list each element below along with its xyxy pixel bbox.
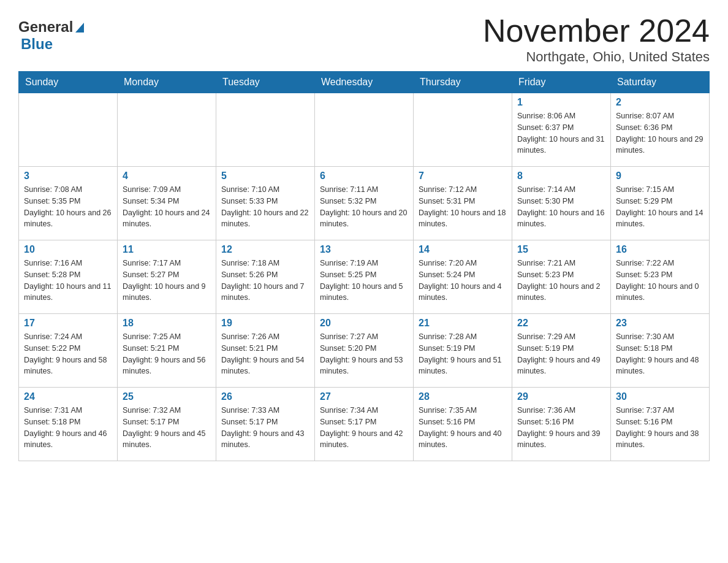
calendar-week-row: 24Sunrise: 7:31 AMSunset: 5:18 PMDayligh…	[19, 388, 710, 461]
calendar-day-cell: 8Sunrise: 7:14 AMSunset: 5:30 PMDaylight…	[512, 167, 611, 240]
day-info: Sunrise: 7:33 AMSunset: 5:17 PMDaylight:…	[221, 405, 309, 451]
day-info: Sunrise: 7:34 AMSunset: 5:17 PMDaylight:…	[320, 405, 408, 451]
day-number: 23	[616, 318, 704, 329]
calendar-day-header: Friday	[512, 72, 611, 93]
day-number: 2	[616, 97, 704, 108]
day-info: Sunrise: 7:29 AMSunset: 5:19 PMDaylight:…	[517, 331, 605, 377]
day-number: 16	[616, 244, 704, 255]
day-number: 22	[517, 318, 605, 329]
day-info: Sunrise: 7:22 AMSunset: 5:23 PMDaylight:…	[616, 258, 704, 304]
day-number: 21	[419, 318, 507, 329]
day-info: Sunrise: 7:09 AMSunset: 5:34 PMDaylight:…	[123, 184, 211, 230]
calendar-day-cell: 21Sunrise: 7:28 AMSunset: 5:19 PMDayligh…	[414, 314, 512, 388]
day-info: Sunrise: 7:21 AMSunset: 5:23 PMDaylight:…	[517, 258, 605, 304]
day-number: 8	[517, 170, 605, 182]
page-header: General Blue November 2024 Northgate, Oh…	[18, 12, 710, 65]
day-info: Sunrise: 7:27 AMSunset: 5:20 PMDaylight:…	[320, 331, 408, 377]
day-number: 20	[320, 318, 408, 329]
calendar-week-row: 1Sunrise: 8:06 AMSunset: 6:37 PMDaylight…	[19, 93, 710, 167]
day-info: Sunrise: 7:32 AMSunset: 5:17 PMDaylight:…	[123, 405, 211, 451]
calendar-day-cell: 7Sunrise: 7:12 AMSunset: 5:31 PMDaylight…	[414, 167, 512, 240]
day-number: 15	[517, 244, 605, 255]
calendar-day-cell	[216, 93, 315, 167]
title-area: November 2024 Northgate, Ohio, United St…	[483, 12, 710, 65]
logo: General Blue	[18, 18, 84, 53]
calendar-day-cell: 23Sunrise: 7:30 AMSunset: 5:18 PMDayligh…	[611, 314, 710, 388]
day-number: 25	[123, 391, 211, 402]
calendar-day-cell: 20Sunrise: 7:27 AMSunset: 5:20 PMDayligh…	[315, 314, 414, 388]
calendar-day-header: Wednesday	[315, 72, 414, 93]
day-info: Sunrise: 7:25 AMSunset: 5:21 PMDaylight:…	[123, 331, 211, 377]
day-info: Sunrise: 7:15 AMSunset: 5:29 PMDaylight:…	[616, 184, 704, 230]
day-number: 11	[123, 244, 211, 255]
logo-general-text: General	[18, 18, 73, 36]
calendar-day-cell: 27Sunrise: 7:34 AMSunset: 5:17 PMDayligh…	[315, 388, 414, 461]
day-number: 14	[419, 244, 507, 255]
day-info: Sunrise: 7:16 AMSunset: 5:28 PMDaylight:…	[24, 258, 112, 304]
calendar-day-cell: 24Sunrise: 7:31 AMSunset: 5:18 PMDayligh…	[19, 388, 118, 461]
day-info: Sunrise: 7:20 AMSunset: 5:24 PMDaylight:…	[419, 258, 507, 304]
calendar-header-row: SundayMondayTuesdayWednesdayThursdayFrid…	[19, 72, 710, 93]
calendar-day-cell: 30Sunrise: 7:37 AMSunset: 5:16 PMDayligh…	[611, 388, 710, 461]
calendar-title: November 2024	[483, 12, 710, 49]
day-info: Sunrise: 7:10 AMSunset: 5:33 PMDaylight:…	[221, 184, 309, 230]
calendar-day-cell: 1Sunrise: 8:06 AMSunset: 6:37 PMDaylight…	[512, 93, 611, 167]
day-info: Sunrise: 7:31 AMSunset: 5:18 PMDaylight:…	[24, 405, 112, 451]
day-info: Sunrise: 7:18 AMSunset: 5:26 PMDaylight:…	[221, 258, 309, 304]
day-info: Sunrise: 7:11 AMSunset: 5:32 PMDaylight:…	[320, 184, 408, 230]
day-number: 27	[320, 391, 408, 402]
calendar-day-cell	[19, 93, 118, 167]
logo-triangle-icon	[75, 23, 84, 33]
calendar-week-row: 10Sunrise: 7:16 AMSunset: 5:28 PMDayligh…	[19, 240, 710, 314]
calendar-day-cell	[414, 93, 512, 167]
calendar-day-cell	[118, 93, 216, 167]
calendar-day-header: Monday	[118, 72, 216, 93]
calendar-day-cell: 26Sunrise: 7:33 AMSunset: 5:17 PMDayligh…	[216, 388, 315, 461]
calendar-day-cell: 10Sunrise: 7:16 AMSunset: 5:28 PMDayligh…	[19, 240, 118, 314]
day-number: 17	[24, 318, 112, 329]
calendar-week-row: 17Sunrise: 7:24 AMSunset: 5:22 PMDayligh…	[19, 314, 710, 388]
day-info: Sunrise: 7:14 AMSunset: 5:30 PMDaylight:…	[517, 184, 605, 230]
calendar-day-cell: 16Sunrise: 7:22 AMSunset: 5:23 PMDayligh…	[611, 240, 710, 314]
day-number: 7	[419, 170, 507, 182]
day-info: Sunrise: 7:26 AMSunset: 5:21 PMDaylight:…	[221, 331, 309, 377]
day-info: Sunrise: 7:35 AMSunset: 5:16 PMDaylight:…	[419, 405, 507, 451]
calendar-day-cell: 17Sunrise: 7:24 AMSunset: 5:22 PMDayligh…	[19, 314, 118, 388]
day-number: 6	[320, 170, 408, 182]
day-info: Sunrise: 7:36 AMSunset: 5:16 PMDaylight:…	[517, 405, 605, 451]
calendar-day-cell: 11Sunrise: 7:17 AMSunset: 5:27 PMDayligh…	[118, 240, 216, 314]
calendar-day-cell: 3Sunrise: 7:08 AMSunset: 5:35 PMDaylight…	[19, 167, 118, 240]
calendar-day-cell: 9Sunrise: 7:15 AMSunset: 5:29 PMDaylight…	[611, 167, 710, 240]
calendar-day-header: Sunday	[19, 72, 118, 93]
calendar-day-cell: 14Sunrise: 7:20 AMSunset: 5:24 PMDayligh…	[414, 240, 512, 314]
svg-marker-0	[75, 23, 84, 33]
day-number: 13	[320, 244, 408, 255]
day-number: 28	[419, 391, 507, 402]
calendar-table: SundayMondayTuesdayWednesdayThursdayFrid…	[18, 71, 710, 461]
calendar-day-header: Tuesday	[216, 72, 315, 93]
calendar-day-cell: 6Sunrise: 7:11 AMSunset: 5:32 PMDaylight…	[315, 167, 414, 240]
day-info: Sunrise: 7:17 AMSunset: 5:27 PMDaylight:…	[123, 258, 211, 304]
calendar-day-cell: 18Sunrise: 7:25 AMSunset: 5:21 PMDayligh…	[118, 314, 216, 388]
calendar-day-cell: 19Sunrise: 7:26 AMSunset: 5:21 PMDayligh…	[216, 314, 315, 388]
day-info: Sunrise: 8:06 AMSunset: 6:37 PMDaylight:…	[517, 110, 605, 156]
day-info: Sunrise: 7:30 AMSunset: 5:18 PMDaylight:…	[616, 331, 704, 377]
day-info: Sunrise: 7:37 AMSunset: 5:16 PMDaylight:…	[616, 405, 704, 451]
day-number: 24	[24, 391, 112, 402]
calendar-day-cell: 15Sunrise: 7:21 AMSunset: 5:23 PMDayligh…	[512, 240, 611, 314]
day-number: 18	[123, 318, 211, 329]
day-number: 5	[221, 170, 309, 182]
day-info: Sunrise: 8:07 AMSunset: 6:36 PMDaylight:…	[616, 110, 704, 156]
calendar-day-header: Saturday	[611, 72, 710, 93]
day-number: 30	[616, 391, 704, 402]
day-number: 3	[24, 170, 112, 182]
calendar-day-cell: 5Sunrise: 7:10 AMSunset: 5:33 PMDaylight…	[216, 167, 315, 240]
calendar-day-cell: 2Sunrise: 8:07 AMSunset: 6:36 PMDaylight…	[611, 93, 710, 167]
calendar-day-cell: 25Sunrise: 7:32 AMSunset: 5:17 PMDayligh…	[118, 388, 216, 461]
calendar-day-header: Thursday	[414, 72, 512, 93]
day-info: Sunrise: 7:12 AMSunset: 5:31 PMDaylight:…	[419, 184, 507, 230]
day-info: Sunrise: 7:28 AMSunset: 5:19 PMDaylight:…	[419, 331, 507, 377]
day-info: Sunrise: 7:19 AMSunset: 5:25 PMDaylight:…	[320, 258, 408, 304]
calendar-day-cell: 12Sunrise: 7:18 AMSunset: 5:26 PMDayligh…	[216, 240, 315, 314]
day-number: 9	[616, 170, 704, 182]
